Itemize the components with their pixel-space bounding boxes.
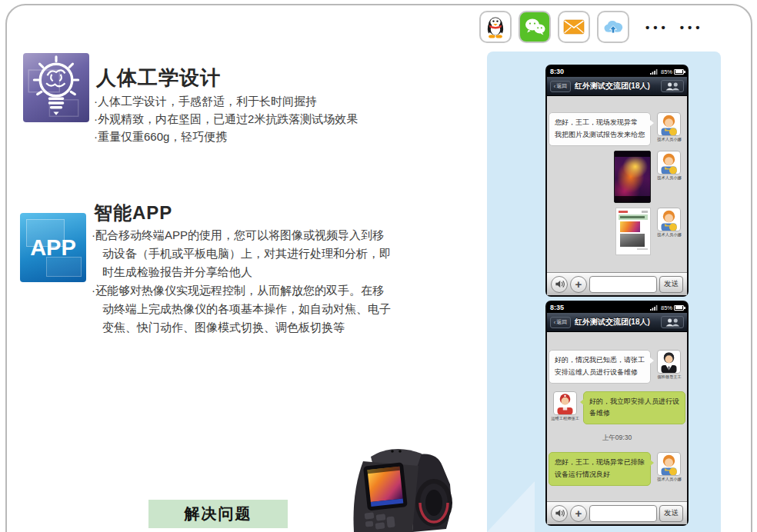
time-divider: 上午09:30 <box>551 434 683 443</box>
battery-icon <box>674 69 684 75</box>
group-members-button[interactable] <box>661 316 684 328</box>
status-right: 85% <box>650 304 684 311</box>
section-bullets-ergonomic: ·人体工学设计，手感舒适，利于长时间握持 ·外观精致，内在坚固，已通过2米抗跌落… <box>94 92 358 145</box>
thermal-camera-glyph <box>348 437 455 532</box>
section-title-app: 智能APP <box>94 201 172 225</box>
bubble-text: 安排运维人员进行设备维修 <box>555 367 645 379</box>
status-bar: 8:35 85% <box>547 302 687 313</box>
back-button[interactable]: ‹ 返回 <box>550 317 571 328</box>
back-chevron-icon: ‹ <box>554 320 555 325</box>
chat-group-title: 红外测试交流团(18人) <box>574 317 658 328</box>
envelope-glyph <box>563 19 585 35</box>
battery-percent: 85% <box>661 304 672 311</box>
message-input[interactable] <box>589 276 657 293</box>
smart-app-icon: APP <box>20 213 86 282</box>
group-members-button[interactable] <box>661 80 684 92</box>
report-title-band <box>619 214 648 220</box>
thermal-camera-image <box>348 437 455 532</box>
avatar-tech-girl <box>657 112 681 136</box>
dots-right: ••• <box>680 21 704 34</box>
status-right: 85% <box>650 68 684 75</box>
voice-button[interactable] <box>551 276 568 293</box>
thermal-image-message[interactable] <box>614 151 651 203</box>
people-icon <box>664 81 681 91</box>
chat-input-bar: + 发送 <box>547 501 687 524</box>
tech-girl-glyph <box>658 453 680 475</box>
dots-left: ••• <box>645 21 669 34</box>
phone-mockup-2: 8:35 85% ‹ 返回 红外测试交流团(18人) <box>545 301 689 526</box>
bullet-line: ·外观精致，内在坚固，已通过2米抗跌落测试场效果 <box>94 110 358 128</box>
ergonomic-lightbulb-icon <box>23 53 89 122</box>
solve-problem-button[interactable]: 解决问题 <box>148 500 288 528</box>
bullet-line: 动设备（手机或平板电脑）上，对其进行处理和分析，即 <box>92 244 391 263</box>
avatar-tech-girl <box>657 452 681 476</box>
manager-suit-glyph <box>658 351 680 373</box>
battery-icon <box>674 305 684 311</box>
add-attachment-button[interactable]: + <box>570 276 587 293</box>
qq-penguin-glyph <box>485 15 506 38</box>
back-label: 返回 <box>556 318 567 326</box>
plus-icon: + <box>575 507 582 519</box>
message-row: 您好，王工，现场发现异常 我把图片及测试报告发来给您 技术人员小娜 <box>551 112 683 146</box>
section-title-ergonomic: 人体工学设计 <box>96 65 221 91</box>
bullet-line: ·配合移动终端APP的使用，您可以将图像或视频导入到移 <box>92 226 391 244</box>
plus-icon: + <box>575 278 582 290</box>
send-button[interactable]: 发送 <box>659 276 683 293</box>
status-bar: 8:30 85% <box>547 66 687 77</box>
message-input[interactable] <box>589 505 657 522</box>
brochure-page: ••• ••• 人体工学设计 ·人体工学设计，手感舒适，利于长时间握持 ·外观精… <box>0 0 757 532</box>
signal-icon <box>650 304 659 311</box>
social-app-toolbar: ••• ••• <box>479 11 715 43</box>
lightbulb-brain-glyph <box>23 53 89 122</box>
tech-girl-glyph <box>658 113 680 135</box>
chat-messages-area: 好的，情况我已知悉，请张工 安排运维人员进行设备维修 <box>547 332 687 524</box>
section-bullets-app: ·配合移动终端APP的使用，您可以将图像或视频导入到移 动设备（手机或平板电脑）… <box>92 226 391 337</box>
message-row: 技术人员小娜 <box>551 208 683 255</box>
cloud-upload-icon[interactable] <box>597 11 629 43</box>
avatar-worker <box>553 391 577 415</box>
chat-messages-area: 您好，王工，现场发现异常 我把图片及测试报告发来给您 技术人员小娜 <box>547 96 687 295</box>
message-row: 技术人员小娜 <box>551 151 683 203</box>
message-row: 好的，情况我已知悉，请张工 安排运维人员进行设备维修 <box>551 350 683 384</box>
message-row: 您好，王工，现场异常已排除 设备运行情况良好 技术人员小娜 <box>551 452 683 486</box>
battery-percent: 85% <box>661 68 672 75</box>
report-thermal-thumb <box>620 221 640 232</box>
chat-bubble: 好的，情况我已知悉，请张工 安排运维人员进行设备维修 <box>549 350 651 384</box>
avatar-block: 技术人员小娜 <box>655 452 683 484</box>
report-meta <box>642 211 648 213</box>
back-button[interactable]: ‹ 返回 <box>550 81 571 92</box>
bubble-text: 我把图片及测试报告发来给您 <box>555 129 645 141</box>
avatar-label: 技术人员小娜 <box>657 477 682 483</box>
report-image-message[interactable] <box>615 208 651 255</box>
chat-nav-bar: ‹ 返回 红外测试交流团(18人) <box>547 313 687 332</box>
qq-icon[interactable] <box>479 11 512 43</box>
avatar-label: 运维工程师张工 <box>551 416 579 422</box>
app-icon-text: APP <box>30 235 76 261</box>
bullet-line: 变焦、快门动作、图像模式切换、调色板切换等 <box>92 318 391 337</box>
avatar-block: 运维工程师张工 <box>551 391 579 424</box>
bubble-text: 您好，王工，现场异常已排除 <box>555 457 645 469</box>
bullet-line: ·还能够对热像仪实现远程控制，从而解放您的双手。在移 <box>92 281 391 300</box>
send-button[interactable]: 发送 <box>659 505 683 522</box>
avatar-block: 值班领导王工 <box>655 350 683 382</box>
back-label: 返回 <box>556 82 567 90</box>
add-attachment-button[interactable]: + <box>570 505 587 522</box>
tech-girl-glyph <box>658 151 680 174</box>
report-logo <box>619 211 628 213</box>
bubble-text: 设备运行情况良好 <box>555 469 645 481</box>
bullet-line: 动终端上完成热像仪的各项基本操作，如自动对焦、电子 <box>92 300 391 318</box>
wechat-icon[interactable] <box>519 11 551 43</box>
status-time: 8:30 <box>550 68 564 75</box>
avatar-manager <box>657 350 681 374</box>
bubble-text: 好的，情况我已知悉，请张工 <box>555 354 645 367</box>
avatar-label: 值班领导王工 <box>657 374 682 381</box>
mail-icon[interactable] <box>558 11 590 43</box>
avatar-tech-girl <box>657 208 681 231</box>
voice-button[interactable] <box>551 505 568 522</box>
avatar-block: 技术人员小娜 <box>655 151 683 183</box>
avatar-tech-girl <box>657 151 681 175</box>
speaker-icon <box>555 279 565 289</box>
avatar-label: 技术人员小娜 <box>657 232 682 238</box>
report-header <box>619 211 648 213</box>
worker-red-glyph <box>554 392 576 414</box>
